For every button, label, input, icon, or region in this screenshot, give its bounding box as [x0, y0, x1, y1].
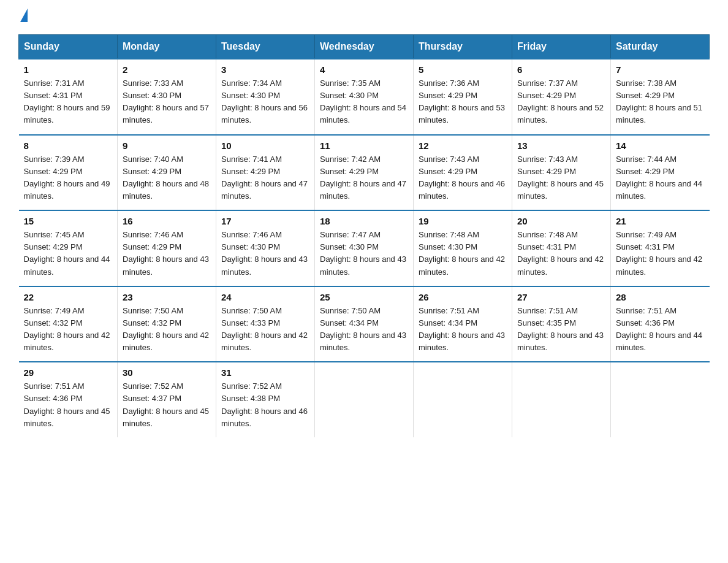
day-cell-26: 26 Sunrise: 7:51 AMSunset: 4:34 PMDaylig…	[414, 286, 512, 362]
day-number: 10	[221, 140, 309, 151]
day-number: 17	[221, 216, 309, 226]
day-info: Sunrise: 7:40 AMSunset: 4:29 PMDaylight:…	[123, 155, 209, 201]
day-number: 16	[123, 216, 211, 226]
day-info: Sunrise: 7:31 AMSunset: 4:31 PMDaylight:…	[24, 79, 110, 124]
day-number: 29	[24, 367, 113, 378]
day-cell-3: 3 Sunrise: 7:34 AMSunset: 4:30 PMDayligh…	[216, 59, 315, 135]
day-info: Sunrise: 7:42 AMSunset: 4:29 PMDaylight:…	[320, 155, 406, 201]
day-cell-6: 6 Sunrise: 7:37 AMSunset: 4:29 PMDayligh…	[512, 59, 611, 135]
day-number: 31	[221, 367, 309, 378]
day-info: Sunrise: 7:50 AMSunset: 4:33 PMDaylight:…	[221, 306, 308, 352]
day-number: 21	[616, 216, 705, 226]
day-number: 14	[616, 140, 705, 151]
day-number: 20	[517, 216, 605, 226]
week-row-3: 15 Sunrise: 7:45 AMSunset: 4:29 PMDaylig…	[19, 210, 710, 286]
day-cell-2: 2 Sunrise: 7:33 AMSunset: 4:30 PMDayligh…	[118, 59, 216, 135]
day-number: 18	[320, 216, 408, 226]
day-cell-23: 23 Sunrise: 7:50 AMSunset: 4:32 PMDaylig…	[118, 286, 216, 362]
day-info: Sunrise: 7:43 AMSunset: 4:29 PMDaylight:…	[419, 155, 505, 201]
day-number: 7	[616, 64, 705, 75]
header-thursday: Thursday	[414, 35, 512, 59]
day-info: Sunrise: 7:50 AMSunset: 4:32 PMDaylight:…	[123, 306, 209, 352]
day-number: 5	[419, 64, 507, 75]
day-number: 9	[123, 140, 211, 151]
day-info: Sunrise: 7:38 AMSunset: 4:29 PMDaylight:…	[616, 79, 702, 124]
day-info: Sunrise: 7:47 AMSunset: 4:30 PMDaylight:…	[320, 230, 406, 276]
day-number: 4	[320, 64, 408, 75]
day-number: 8	[24, 140, 113, 151]
day-info: Sunrise: 7:48 AMSunset: 4:30 PMDaylight:…	[419, 230, 505, 276]
day-number: 22	[24, 292, 113, 302]
header-friday: Friday	[512, 35, 611, 59]
day-info: Sunrise: 7:51 AMSunset: 4:34 PMDaylight:…	[419, 306, 505, 352]
day-cell-1: 1 Sunrise: 7:31 AMSunset: 4:31 PMDayligh…	[19, 59, 118, 135]
day-info: Sunrise: 7:44 AMSunset: 4:29 PMDaylight:…	[616, 155, 702, 201]
day-info: Sunrise: 7:43 AMSunset: 4:29 PMDaylight:…	[517, 155, 604, 201]
day-cell-4: 4 Sunrise: 7:35 AMSunset: 4:30 PMDayligh…	[315, 59, 414, 135]
day-cell-13: 13 Sunrise: 7:43 AMSunset: 4:29 PMDaylig…	[512, 135, 611, 211]
empty-cell-4-6	[611, 362, 710, 437]
day-number: 19	[419, 216, 507, 226]
day-info: Sunrise: 7:52 AMSunset: 4:38 PMDaylight:…	[221, 381, 308, 427]
week-row-4: 22 Sunrise: 7:49 AMSunset: 4:32 PMDaylig…	[19, 286, 710, 362]
day-cell-27: 27 Sunrise: 7:51 AMSunset: 4:35 PMDaylig…	[512, 286, 611, 362]
day-info: Sunrise: 7:52 AMSunset: 4:37 PMDaylight:…	[123, 381, 209, 427]
header-saturday: Saturday	[611, 35, 710, 59]
day-cell-28: 28 Sunrise: 7:51 AMSunset: 4:36 PMDaylig…	[611, 286, 710, 362]
week-row-5: 29 Sunrise: 7:51 AMSunset: 4:36 PMDaylig…	[19, 362, 710, 437]
day-number: 24	[221, 292, 309, 302]
day-cell-11: 11 Sunrise: 7:42 AMSunset: 4:29 PMDaylig…	[315, 135, 414, 211]
day-info: Sunrise: 7:51 AMSunset: 4:35 PMDaylight:…	[517, 306, 604, 352]
day-number: 28	[616, 292, 705, 302]
day-number: 13	[517, 140, 605, 151]
day-info: Sunrise: 7:50 AMSunset: 4:34 PMDaylight:…	[320, 306, 406, 352]
day-cell-8: 8 Sunrise: 7:39 AMSunset: 4:29 PMDayligh…	[19, 135, 118, 211]
logo	[18, 12, 28, 22]
day-info: Sunrise: 7:35 AMSunset: 4:30 PMDaylight:…	[320, 79, 406, 124]
day-info: Sunrise: 7:39 AMSunset: 4:29 PMDaylight:…	[24, 155, 110, 201]
day-cell-12: 12 Sunrise: 7:43 AMSunset: 4:29 PMDaylig…	[414, 135, 512, 211]
day-cell-16: 16 Sunrise: 7:46 AMSunset: 4:29 PMDaylig…	[118, 210, 216, 286]
day-number: 23	[123, 292, 211, 302]
day-number: 2	[123, 64, 211, 75]
week-row-2: 8 Sunrise: 7:39 AMSunset: 4:29 PMDayligh…	[19, 135, 710, 211]
day-cell-10: 10 Sunrise: 7:41 AMSunset: 4:29 PMDaylig…	[216, 135, 315, 211]
day-info: Sunrise: 7:36 AMSunset: 4:29 PMDaylight:…	[419, 79, 505, 124]
calendar-table: SundayMondayTuesdayWednesdayThursdayFrid…	[18, 34, 710, 437]
day-number: 15	[24, 216, 113, 226]
day-info: Sunrise: 7:51 AMSunset: 4:36 PMDaylight:…	[616, 306, 702, 352]
day-info: Sunrise: 7:33 AMSunset: 4:30 PMDaylight:…	[123, 79, 209, 124]
week-row-1: 1 Sunrise: 7:31 AMSunset: 4:31 PMDayligh…	[19, 59, 710, 135]
day-number: 30	[123, 367, 211, 378]
day-info: Sunrise: 7:49 AMSunset: 4:31 PMDaylight:…	[616, 230, 702, 276]
empty-cell-4-4	[414, 362, 512, 437]
day-info: Sunrise: 7:41 AMSunset: 4:29 PMDaylight:…	[221, 155, 308, 201]
day-cell-31: 31 Sunrise: 7:52 AMSunset: 4:38 PMDaylig…	[216, 362, 315, 437]
calendar-header-row: SundayMondayTuesdayWednesdayThursdayFrid…	[19, 35, 710, 59]
day-number: 27	[517, 292, 605, 302]
day-info: Sunrise: 7:48 AMSunset: 4:31 PMDaylight:…	[517, 230, 604, 276]
day-cell-24: 24 Sunrise: 7:50 AMSunset: 4:33 PMDaylig…	[216, 286, 315, 362]
day-info: Sunrise: 7:46 AMSunset: 4:29 PMDaylight:…	[123, 230, 209, 276]
day-cell-15: 15 Sunrise: 7:45 AMSunset: 4:29 PMDaylig…	[19, 210, 118, 286]
day-cell-7: 7 Sunrise: 7:38 AMSunset: 4:29 PMDayligh…	[611, 59, 710, 135]
header-tuesday: Tuesday	[216, 35, 315, 59]
header-wednesday: Wednesday	[315, 35, 414, 59]
day-cell-5: 5 Sunrise: 7:36 AMSunset: 4:29 PMDayligh…	[414, 59, 512, 135]
empty-cell-4-5	[512, 362, 611, 437]
day-info: Sunrise: 7:49 AMSunset: 4:32 PMDaylight:…	[24, 306, 110, 352]
header-sunday: Sunday	[19, 35, 118, 59]
page-header	[18, 12, 710, 22]
day-info: Sunrise: 7:46 AMSunset: 4:30 PMDaylight:…	[221, 230, 308, 276]
day-cell-30: 30 Sunrise: 7:52 AMSunset: 4:37 PMDaylig…	[118, 362, 216, 437]
day-number: 11	[320, 140, 408, 151]
header-monday: Monday	[118, 35, 216, 59]
day-cell-29: 29 Sunrise: 7:51 AMSunset: 4:36 PMDaylig…	[19, 362, 118, 437]
day-number: 26	[419, 292, 507, 302]
day-info: Sunrise: 7:34 AMSunset: 4:30 PMDaylight:…	[221, 79, 308, 124]
day-number: 6	[517, 64, 605, 75]
day-cell-25: 25 Sunrise: 7:50 AMSunset: 4:34 PMDaylig…	[315, 286, 414, 362]
day-number: 12	[419, 140, 507, 151]
day-info: Sunrise: 7:45 AMSunset: 4:29 PMDaylight:…	[24, 230, 110, 276]
day-cell-14: 14 Sunrise: 7:44 AMSunset: 4:29 PMDaylig…	[611, 135, 710, 211]
